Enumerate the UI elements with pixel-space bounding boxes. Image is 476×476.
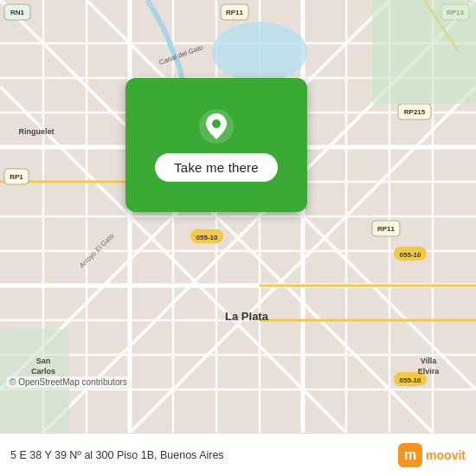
svg-text:Carlos: Carlos [31, 367, 55, 376]
svg-text:RP1: RP1 [10, 173, 23, 181]
take-me-there-button[interactable]: Take me there [155, 153, 278, 182]
location-card: Take me there [125, 78, 307, 212]
svg-rect-55 [372, 0, 476, 104]
svg-text:Ringuelet: Ringuelet [18, 127, 54, 136]
bottom-bar: 5 E 38 Y 39 Nº al 300 Piso 1B, Buenos Ai… [0, 433, 476, 476]
svg-text:Elvira: Elvira [418, 367, 441, 376]
svg-text:San: San [36, 357, 51, 365]
svg-point-66 [212, 119, 221, 128]
svg-text:055-10: 055-10 [400, 376, 421, 384]
address-text: 5 E 38 Y 39 Nº al 300 Piso 1B, Buenos Ai… [10, 449, 398, 461]
svg-text:La Plata: La Plata [225, 310, 269, 323]
svg-point-54 [212, 22, 307, 82]
location-pin-icon [198, 108, 235, 145]
svg-text:055-10: 055-10 [400, 251, 421, 259]
copyright-text: © OpenStreetMap contributors [7, 376, 130, 388]
svg-text:RN1: RN1 [10, 9, 25, 16]
moovit-logo: m moovit [398, 443, 466, 467]
svg-text:055-10: 055-10 [196, 234, 218, 241]
map-view[interactable]: RN1 RP13 RP11 RP11 RP215 RP1 055-10 055-… [0, 0, 476, 433]
svg-text:RP11: RP11 [377, 225, 396, 233]
moovit-wordmark: moovit [426, 448, 466, 462]
moovit-m-icon: m [398, 443, 422, 467]
svg-text:RP215: RP215 [404, 108, 426, 116]
svg-text:RP11: RP11 [226, 9, 244, 16]
svg-text:Villa: Villa [421, 357, 437, 365]
